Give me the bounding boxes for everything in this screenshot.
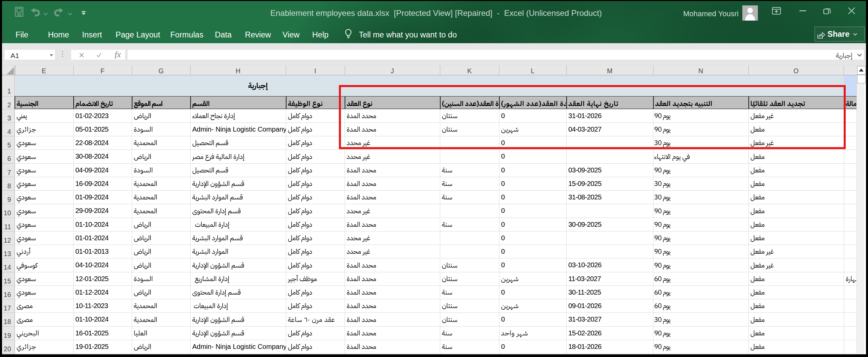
svg-text:fx: fx [115,51,121,59]
